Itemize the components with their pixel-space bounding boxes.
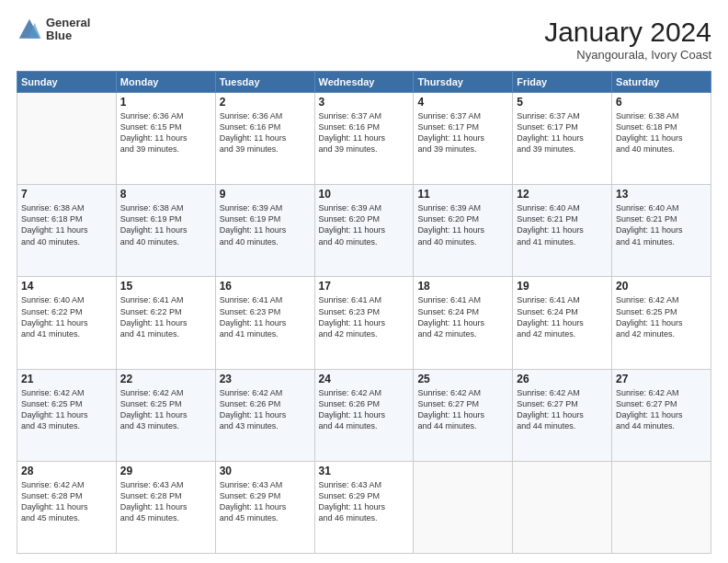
day-info: Sunrise: 6:42 AMSunset: 6:26 PMDaylight:… bbox=[319, 387, 410, 432]
calendar-cell: 24Sunrise: 6:42 AMSunset: 6:26 PMDayligh… bbox=[314, 369, 414, 461]
logo-line2: Blue bbox=[46, 29, 90, 42]
logo-line1: General bbox=[46, 17, 90, 29]
calendar-cell: 27Sunrise: 6:42 AMSunset: 6:27 PMDayligh… bbox=[612, 369, 711, 461]
day-info: Sunrise: 6:40 AMSunset: 6:21 PMDaylight:… bbox=[616, 202, 707, 247]
calendar-cell: 17Sunrise: 6:41 AMSunset: 6:23 PMDayligh… bbox=[314, 277, 414, 369]
calendar-cell: 6Sunrise: 6:38 AMSunset: 6:18 PMDaylight… bbox=[612, 93, 711, 185]
calendar-cell: 2Sunrise: 6:36 AMSunset: 6:16 PMDaylight… bbox=[215, 93, 314, 185]
calendar-cell: 15Sunrise: 6:41 AMSunset: 6:22 PMDayligh… bbox=[116, 277, 215, 369]
day-info: Sunrise: 6:42 AMSunset: 6:27 PMDaylight:… bbox=[517, 387, 608, 432]
calendar-cell: 28Sunrise: 6:42 AMSunset: 6:28 PMDayligh… bbox=[17, 461, 117, 553]
calendar-cell: 5Sunrise: 6:37 AMSunset: 6:17 PMDaylight… bbox=[513, 93, 612, 185]
col-header-saturday: Saturday bbox=[612, 72, 711, 93]
week-row: 1Sunrise: 6:36 AMSunset: 6:15 PMDaylight… bbox=[17, 93, 711, 185]
day-info: Sunrise: 6:40 AMSunset: 6:22 PMDaylight:… bbox=[21, 294, 112, 339]
day-info: Sunrise: 6:42 AMSunset: 6:27 PMDaylight:… bbox=[616, 387, 707, 432]
day-info: Sunrise: 6:37 AMSunset: 6:16 PMDaylight:… bbox=[319, 110, 410, 155]
calendar-cell: 25Sunrise: 6:42 AMSunset: 6:27 PMDayligh… bbox=[414, 369, 513, 461]
day-info: Sunrise: 6:39 AMSunset: 6:20 PMDaylight:… bbox=[319, 202, 410, 247]
logo-icon bbox=[17, 17, 42, 42]
day-info: Sunrise: 6:38 AMSunset: 6:18 PMDaylight:… bbox=[21, 202, 112, 247]
day-info: Sunrise: 6:42 AMSunset: 6:27 PMDaylight:… bbox=[417, 387, 508, 432]
calendar-cell: 21Sunrise: 6:42 AMSunset: 6:25 PMDayligh… bbox=[17, 369, 117, 461]
day-number: 29 bbox=[120, 465, 211, 477]
calendar-cell: 13Sunrise: 6:40 AMSunset: 6:21 PMDayligh… bbox=[612, 185, 711, 277]
day-number: 3 bbox=[319, 96, 410, 109]
logo: General Blue bbox=[17, 17, 90, 43]
day-info: Sunrise: 6:37 AMSunset: 6:17 PMDaylight:… bbox=[517, 110, 608, 155]
day-info: Sunrise: 6:36 AMSunset: 6:16 PMDaylight:… bbox=[220, 110, 311, 155]
day-number: 9 bbox=[220, 188, 311, 201]
day-info: Sunrise: 6:43 AMSunset: 6:28 PMDaylight:… bbox=[120, 479, 211, 524]
day-number: 1 bbox=[120, 96, 211, 109]
calendar-cell bbox=[513, 461, 612, 553]
day-info: Sunrise: 6:39 AMSunset: 6:19 PMDaylight:… bbox=[220, 202, 311, 247]
calendar-cell bbox=[17, 93, 117, 185]
header: General Blue January 2024 Nyangourala, I… bbox=[17, 17, 711, 62]
col-header-sunday: Sunday bbox=[17, 72, 117, 93]
day-info: Sunrise: 6:41 AMSunset: 6:23 PMDaylight:… bbox=[319, 294, 410, 339]
calendar-cell: 11Sunrise: 6:39 AMSunset: 6:20 PMDayligh… bbox=[414, 185, 513, 277]
day-number: 28 bbox=[21, 465, 112, 477]
day-number: 17 bbox=[319, 280, 410, 293]
logo-text: General Blue bbox=[46, 17, 90, 43]
day-info: Sunrise: 6:41 AMSunset: 6:23 PMDaylight:… bbox=[220, 294, 311, 339]
day-number: 8 bbox=[120, 188, 211, 201]
calendar-cell: 7Sunrise: 6:38 AMSunset: 6:18 PMDaylight… bbox=[17, 185, 117, 277]
day-number: 4 bbox=[417, 96, 508, 109]
day-number: 26 bbox=[517, 373, 608, 385]
day-number: 30 bbox=[220, 465, 311, 477]
col-header-monday: Monday bbox=[116, 72, 215, 93]
day-info: Sunrise: 6:43 AMSunset: 6:29 PMDaylight:… bbox=[220, 479, 311, 524]
day-number: 7 bbox=[21, 188, 112, 201]
day-info: Sunrise: 6:38 AMSunset: 6:19 PMDaylight:… bbox=[120, 202, 211, 247]
calendar-cell: 20Sunrise: 6:42 AMSunset: 6:25 PMDayligh… bbox=[612, 277, 711, 369]
calendar-cell bbox=[612, 461, 711, 553]
col-header-tuesday: Tuesday bbox=[215, 72, 314, 93]
day-number: 27 bbox=[616, 373, 707, 385]
header-row: SundayMondayTuesdayWednesdayThursdayFrid… bbox=[17, 72, 711, 93]
calendar-cell: 3Sunrise: 6:37 AMSunset: 6:16 PMDaylight… bbox=[314, 93, 414, 185]
calendar-table: SundayMondayTuesdayWednesdayThursdayFrid… bbox=[17, 71, 711, 554]
day-info: Sunrise: 6:41 AMSunset: 6:24 PMDaylight:… bbox=[517, 294, 608, 339]
calendar-cell: 22Sunrise: 6:42 AMSunset: 6:25 PMDayligh… bbox=[116, 369, 215, 461]
month-year: January 2024 bbox=[544, 17, 711, 48]
day-info: Sunrise: 6:41 AMSunset: 6:24 PMDaylight:… bbox=[417, 294, 508, 339]
day-number: 14 bbox=[21, 280, 112, 293]
day-info: Sunrise: 6:40 AMSunset: 6:21 PMDaylight:… bbox=[517, 202, 608, 247]
col-header-wednesday: Wednesday bbox=[314, 72, 414, 93]
day-number: 22 bbox=[120, 373, 211, 385]
week-row: 14Sunrise: 6:40 AMSunset: 6:22 PMDayligh… bbox=[17, 277, 711, 369]
page: General Blue January 2024 Nyangourala, I… bbox=[0, 0, 728, 563]
calendar-cell: 19Sunrise: 6:41 AMSunset: 6:24 PMDayligh… bbox=[513, 277, 612, 369]
calendar-cell: 8Sunrise: 6:38 AMSunset: 6:19 PMDaylight… bbox=[116, 185, 215, 277]
day-number: 13 bbox=[616, 188, 707, 201]
day-info: Sunrise: 6:39 AMSunset: 6:20 PMDaylight:… bbox=[417, 202, 508, 247]
day-info: Sunrise: 6:43 AMSunset: 6:29 PMDaylight:… bbox=[319, 479, 410, 524]
week-row: 7Sunrise: 6:38 AMSunset: 6:18 PMDaylight… bbox=[17, 185, 711, 277]
calendar-cell: 23Sunrise: 6:42 AMSunset: 6:26 PMDayligh… bbox=[215, 369, 314, 461]
calendar-cell: 10Sunrise: 6:39 AMSunset: 6:20 PMDayligh… bbox=[314, 185, 414, 277]
day-number: 31 bbox=[319, 465, 410, 477]
calendar-cell: 30Sunrise: 6:43 AMSunset: 6:29 PMDayligh… bbox=[215, 461, 314, 553]
day-info: Sunrise: 6:42 AMSunset: 6:26 PMDaylight:… bbox=[220, 387, 311, 432]
calendar-cell: 29Sunrise: 6:43 AMSunset: 6:28 PMDayligh… bbox=[116, 461, 215, 553]
day-number: 11 bbox=[417, 188, 508, 201]
day-number: 10 bbox=[319, 188, 410, 201]
day-number: 21 bbox=[21, 373, 112, 385]
calendar-cell: 1Sunrise: 6:36 AMSunset: 6:15 PMDaylight… bbox=[116, 93, 215, 185]
day-info: Sunrise: 6:42 AMSunset: 6:28 PMDaylight:… bbox=[21, 479, 112, 524]
calendar-cell: 31Sunrise: 6:43 AMSunset: 6:29 PMDayligh… bbox=[314, 461, 414, 553]
week-row: 28Sunrise: 6:42 AMSunset: 6:28 PMDayligh… bbox=[17, 461, 711, 553]
day-number: 24 bbox=[319, 373, 410, 385]
calendar-cell: 26Sunrise: 6:42 AMSunset: 6:27 PMDayligh… bbox=[513, 369, 612, 461]
calendar-cell: 14Sunrise: 6:40 AMSunset: 6:22 PMDayligh… bbox=[17, 277, 117, 369]
day-number: 12 bbox=[517, 188, 608, 201]
day-info: Sunrise: 6:36 AMSunset: 6:15 PMDaylight:… bbox=[120, 110, 211, 155]
day-number: 19 bbox=[517, 280, 608, 293]
day-info: Sunrise: 6:37 AMSunset: 6:17 PMDaylight:… bbox=[417, 110, 508, 155]
col-header-thursday: Thursday bbox=[414, 72, 513, 93]
day-number: 23 bbox=[220, 373, 311, 385]
day-info: Sunrise: 6:42 AMSunset: 6:25 PMDaylight:… bbox=[120, 387, 211, 432]
calendar-cell: 9Sunrise: 6:39 AMSunset: 6:19 PMDaylight… bbox=[215, 185, 314, 277]
